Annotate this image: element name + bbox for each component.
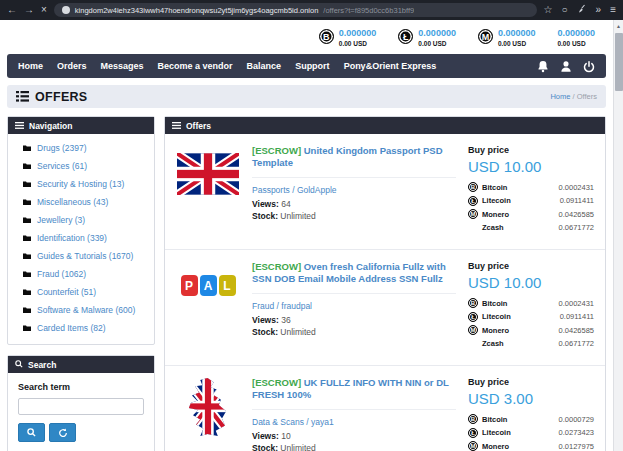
nav-balance[interactable]: Balance	[247, 61, 282, 71]
nav-orders[interactable]: Orders	[57, 61, 87, 71]
sidebar-item-security-hosting[interactable]: Security & Hosting (13)	[8, 175, 154, 193]
offer-title-link[interactable]: [ESCROW] Oven fresh California Fullz wit…	[252, 261, 456, 285]
balance-usd: 0.00 USD	[418, 40, 456, 47]
search-reset-button[interactable]	[49, 423, 76, 442]
search-icon	[27, 428, 36, 437]
folder-icon	[23, 199, 31, 205]
crypto-price-row: MMonero0.0426585	[468, 325, 594, 335]
offer-category-vendor-link[interactable]: Passports / GoldApple	[252, 185, 456, 195]
litecoin-icon: Ł	[398, 29, 413, 44]
refresh-icon	[58, 428, 68, 438]
sidebar-item-guides-tutorials[interactable]: Guides & Tutorials (1670)	[8, 247, 154, 265]
offer-price-block: Buy price USD 10.00 BBitcoin0.0002431 ŁL…	[468, 261, 594, 352]
scrollbar-up-arrow-icon[interactable]: ▲	[614, 20, 623, 32]
sidebar-item-counterfeit[interactable]: Counterfeit (51)	[8, 283, 154, 301]
sidebar-item-carded-items[interactable]: Carded Items (82)	[8, 319, 154, 337]
nav-messages[interactable]: Messages	[101, 61, 144, 71]
balance-usd: 0.00 USD	[339, 40, 377, 47]
nav-become-a-vendor[interactable]: Become a vendor	[158, 61, 233, 71]
circuit-icon[interactable]: ○	[562, 0, 568, 20]
folder-icon	[23, 325, 31, 331]
escrow-badge: [ESCROW]	[252, 377, 301, 388]
address-bar[interactable]: kingdom2w4iehz343iwwh47hoendronqwsu2yt5j…	[54, 3, 537, 17]
offer-category-vendor-link[interactable]: Data & Scans / yaya1	[252, 417, 456, 427]
crypto-price-row: Zcash0.0671772	[468, 339, 594, 349]
balance-bitcoin[interactable]: B 0.000000 0.00 USD	[319, 28, 377, 47]
url-path: /offers?t=f895d0cc6b31bff9	[323, 6, 414, 15]
stop-icon[interactable]: ×	[41, 0, 47, 20]
hamburger-icon	[15, 121, 24, 131]
litecoin-icon: Ł	[468, 428, 478, 438]
search-icon	[15, 360, 23, 370]
offer-image-uk-flag[interactable]	[176, 145, 240, 236]
page-title: OFFERS	[35, 90, 88, 104]
folder-icon	[23, 145, 31, 151]
search-term-label: Search term	[18, 382, 144, 392]
offer-stock: Stock: Unlimited	[252, 327, 456, 337]
crypto-price-row: Zcash0.0671772	[468, 223, 594, 233]
offer-title-link[interactable]: [ESCROW] UK FULLZ INFO WITH NIN or DL FR…	[252, 377, 456, 401]
escrow-badge: [ESCROW]	[252, 145, 301, 156]
bitcoin-icon: B	[319, 29, 334, 44]
bitcoin-icon: B	[468, 298, 478, 308]
balance-zcash[interactable]: 0.000000 0.00 USD	[557, 28, 595, 47]
breadcrumb-home-link[interactable]: Home	[550, 92, 570, 101]
offers-list-icon	[16, 88, 29, 106]
offer-image-pal-logo[interactable]: PAL	[176, 261, 240, 352]
page-scrollbar[interactable]: ▲	[613, 20, 623, 451]
folder-icon	[23, 217, 31, 223]
offer-category-vendor-link[interactable]: Fraud / fraudpal	[252, 301, 456, 311]
account-user-icon[interactable]	[560, 60, 572, 73]
sidebar-item-drugs[interactable]: Drugs (2397)	[8, 139, 154, 157]
browser-menu-icon[interactable]: ≡	[610, 0, 616, 20]
overflow-chevrons-icon[interactable]: »	[596, 0, 602, 20]
sidebar-item-identification[interactable]: Identification (339)	[8, 229, 154, 247]
search-panel-header: Search	[8, 356, 154, 373]
litecoin-icon: Ł	[468, 312, 478, 322]
balance-litecoin[interactable]: Ł 0.000000 0.00 USD	[398, 28, 456, 47]
breadcrumb: Home / Offers	[550, 92, 597, 101]
bookmark-star-icon[interactable]: ☆	[544, 0, 553, 20]
nav-pony-orient-express[interactable]: Pony&Orient Express	[344, 61, 437, 71]
offers-panel-title: Offers	[186, 121, 211, 131]
offer-stock: Stock: Unlimited	[252, 211, 456, 221]
crypto-price-row: ŁLitecoin0.0273423	[468, 428, 594, 438]
offers-panel: Offers [ESC	[164, 116, 606, 451]
navigation-panel-header: Navigation	[8, 117, 154, 134]
offer-title-link[interactable]: [ESCROW] United Kingdom Passport PSD Tem…	[252, 145, 456, 169]
offer-price: USD 3.00	[468, 390, 594, 407]
sidebar-item-jewellery[interactable]: Jewellery (3)	[8, 211, 154, 229]
navigation-panel-title: Navigation	[29, 121, 72, 131]
monero-icon: M	[468, 209, 478, 219]
search-submit-button[interactable]	[18, 423, 45, 442]
balance-amount: 0.000000	[418, 28, 456, 38]
offer-image-uk-map[interactable]	[176, 377, 240, 451]
notifications-bell-icon[interactable]	[537, 60, 549, 73]
forward-icon[interactable]: →	[24, 0, 34, 20]
breadcrumb-current: Offers	[577, 92, 597, 101]
offer-price-block: Buy price USD 3.00 BBitcoin0.0000729 ŁLi…	[468, 377, 594, 451]
nav-support[interactable]: Support	[295, 61, 330, 71]
sidebar-item-fraud[interactable]: Fraud (1062)	[8, 265, 154, 283]
page-title-bar: OFFERS Home / Offers	[7, 85, 606, 108]
sidebar-item-software-malware[interactable]: Software & Malware (600)	[8, 301, 154, 319]
back-icon[interactable]: ←	[7, 0, 17, 20]
scrollbar-thumb[interactable]	[615, 33, 623, 91]
new-identity-broom-icon[interactable]	[577, 4, 587, 16]
balance-monero[interactable]: M 0.000000 0.00 USD	[478, 28, 536, 47]
folder-icon	[23, 253, 31, 259]
logout-power-icon[interactable]	[583, 60, 595, 73]
offer-views: Views: 36	[252, 315, 456, 325]
folder-icon	[23, 271, 31, 277]
nav-home[interactable]: Home	[18, 61, 43, 71]
crypto-price-row: ŁLitecoin0.0911411	[468, 196, 594, 206]
onion-site-icon	[62, 6, 70, 14]
balance-amount: 0.000000	[498, 28, 536, 38]
zcash-icon	[468, 339, 478, 349]
search-input[interactable]	[18, 398, 144, 415]
monero-icon: M	[468, 325, 478, 335]
sidebar-item-services[interactable]: Services (61)	[8, 157, 154, 175]
bitcoin-icon: B	[468, 182, 478, 192]
sidebar-item-miscellaneous[interactable]: Miscellaneous (43)	[8, 193, 154, 211]
folder-icon	[23, 307, 31, 313]
